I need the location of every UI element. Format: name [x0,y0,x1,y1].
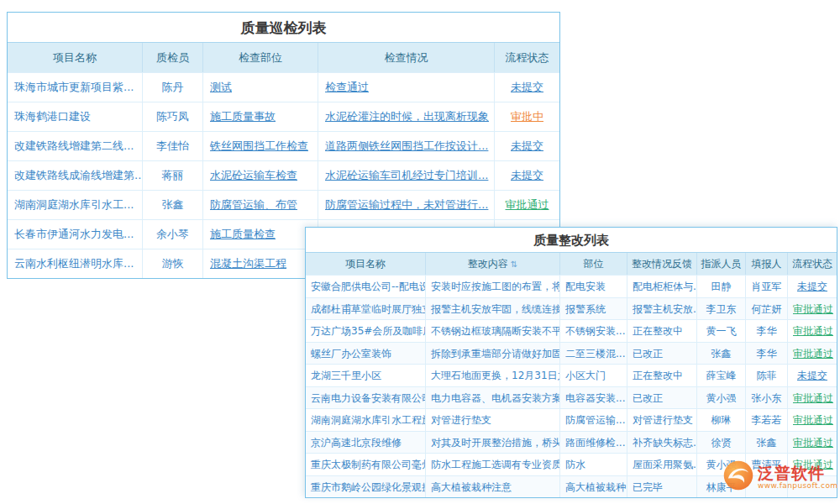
inspection-row[interactable]: 珠海鹤港口建设陈巧凤施工质量事故水泥砼灌注的时候，出现离析现象审批中 [8,102,559,131]
rectify-content-cell: 对管进行垫支 [425,409,559,431]
status-cell[interactable]: 未提交 [494,73,559,102]
inspection-situation-cell[interactable]: 道路两侧铁丝网围挡工作按设计... [318,132,494,160]
project-name-cell[interactable]: 珠海鹤港口建设 [8,102,142,131]
status-cell[interactable]: 审批通过 [787,409,837,431]
reporter-cell: 肖亚军 [745,276,787,297]
inspector-cell: 陈丹 [142,73,202,102]
fanpu-logo-icon [722,459,754,495]
column-header-label: 检查部位 [239,51,282,64]
part-cell: 配电安装 [559,276,627,297]
rectification-panel-title: 质量整改列表 [306,228,837,253]
column-header-label: 流程状态 [506,51,549,64]
project-name-cell[interactable]: 重庆市鹅岭公园绿化景观提升... [306,476,425,498]
assignee-cell: 黄一飞 [696,320,745,342]
inspection-row[interactable]: 改建铁路线增建第二线...李佳怡铁丝网围挡工作检查道路两侧铁丝网围挡工作按设计.… [8,131,559,160]
project-name-cell[interactable]: 湖南洞庭湖水库引水工程施工1标 [306,409,425,431]
part-cell: 防水 [559,454,627,475]
status-cell[interactable]: 审批通过 [787,387,837,409]
column-header-label: 整改内容 [468,258,508,270]
column-header-label: 检查情况 [385,51,428,64]
project-name-cell[interactable]: 改建铁路线增建第二线... [8,132,142,160]
inspection-part-cell[interactable]: 防腐管运输、布管 [202,191,318,219]
inspection-part-cell[interactable]: 测试 [202,73,318,102]
inspection-row[interactable]: 珠海市城市更新项目紫...陈丹测试检查通过未提交 [8,72,559,102]
rectification-row[interactable]: 云南电力设备安装有限公司20...电力电容器、电机器安装方案...电容器安装..… [306,386,837,409]
rectification-row[interactable]: 成都杜甫草堂临时展厅独立展...报警主机安放牢固，线缆连接...报警系统报警主机… [306,297,837,320]
inspection-part-cell[interactable]: 施工质量检查 [202,220,318,249]
reporter-cell: 李若若 [745,409,787,431]
assignee-cell: 薛宝峰 [696,365,745,386]
inspection-part-cell[interactable]: 施工质量事故 [202,102,318,131]
rectification-row[interactable]: 龙湖三千里小区大理石地面更换，12月31日之...小区大门正在整改中薛宝峰陈菲未… [306,364,837,386]
status-cell[interactable]: 审批通过 [787,298,837,320]
inspection-part-cell[interactable]: 水泥砼运输车检查 [202,161,318,190]
project-name-cell[interactable]: 京沪高速北京段维修 [306,432,425,454]
rectification-row[interactable]: 螺丝厂办公室装饰拆除到承重墙部分请做好加固...二至三楼混...已改正张鑫李华审… [306,342,837,365]
reporter-cell: 何芷妍 [745,298,787,320]
column-header: 指派人员 [696,253,745,275]
project-name-cell[interactable]: 龙湖三千里小区 [306,365,425,386]
project-name-cell[interactable]: 云南水利枢纽潜明水库... [8,249,142,278]
part-cell: 电容器安装... [559,387,627,409]
rectify-content-cell: 不锈钢边框玻璃隔断安装不平... [425,320,559,342]
column-header: 项目名称 [8,43,142,72]
assignee-cell: 徐贤 [696,432,745,454]
status-cell[interactable]: 审批通过 [494,191,559,219]
rectify-content-cell: 报警主机安放牢固，线缆连接... [425,298,559,320]
part-cell: 二至三楼混... [559,343,627,365]
inspection-situation-cell[interactable]: 防腐管运输过程中，未对管进行... [318,191,494,219]
rectify-content-cell: 防水工程施工选调有专业资质... [425,454,559,475]
inspection-part-cell[interactable]: 混凝土沟渠工程 [202,249,318,278]
column-header-label: 项目名称 [53,51,97,64]
project-name-cell[interactable]: 珠海市城市更新项目紫... [8,73,142,102]
rectification-row[interactable]: 湖南洞庭湖水库引水工程施工1标对管进行垫支防腐管运输...对管进行垫支柳琳李若若… [306,408,837,431]
inspection-panel-title: 质量巡检列表 [8,13,559,43]
column-header: 流程状态 [494,43,559,72]
reporter-cell: 张鑫 [745,432,787,454]
status-cell[interactable]: 审批中 [494,102,559,131]
project-name-cell[interactable]: 安徽合肥供电公司--配电设备... [306,276,425,297]
reporter-cell: 李华 [745,320,787,342]
column-header: 整改内容⇅ [425,253,559,275]
column-header: 检查情况 [318,43,494,72]
project-name-cell[interactable]: 螺丝厂办公室装饰 [306,343,425,365]
rectification-row[interactable]: 安徽合肥供电公司--配电设备...安装时应按施工图的布置，将...配电安装配电柜… [306,275,837,297]
inspection-row[interactable]: 改建铁路线成渝线增建第...蒋丽水泥砼运输车检查水泥砼运输车司机经过专门培训..… [8,160,559,190]
feedback-cell: 配电柜柜体与... [627,276,696,297]
rectification-row[interactable]: 京沪高速北京段维修对其及时开展整治措施，桥头...路面维修检...补齐缺失标志.… [306,431,837,454]
status-cell[interactable]: 审批通过 [787,320,837,342]
column-header-label: 整改情况反馈 [632,258,692,270]
brand-url: www.fanpusoft.com [758,482,838,491]
rectify-content-cell: 大理石地面更换，12月31日之... [425,365,559,386]
brand-name: 泛普软件 [758,465,838,482]
status-cell[interactable]: 未提交 [787,365,837,386]
status-cell[interactable]: 审批通过 [787,343,837,365]
inspection-situation-cell[interactable]: 检查通过 [318,73,494,102]
status-cell[interactable]: 审批通过 [787,432,837,454]
project-name-cell[interactable]: 湖南洞庭湖水库引水工... [8,191,142,219]
inspection-situation-cell[interactable]: 水泥砼运输车司机经过专门培训... [318,161,494,190]
project-name-cell[interactable]: 重庆太极制药有限公司毫州中... [306,454,425,475]
project-name-cell[interactable]: 成都杜甫草堂临时展厅独立展... [306,298,425,320]
project-name-cell[interactable]: 长春市伊通河水力发电... [8,220,142,249]
reporter-cell: 张小东 [745,387,787,409]
sort-icon[interactable]: ⇅ [511,260,517,269]
rectify-content-cell: 对其及时开展整治措施，桥头... [425,432,559,454]
project-name-cell[interactable]: 云南电力设备安装有限公司20... [306,387,425,409]
column-header: 流程状态 [787,253,837,275]
reporter-cell: 陈菲 [745,365,787,386]
status-cell[interactable]: 未提交 [787,276,837,297]
rectification-row[interactable]: 万达广场35#会所及咖啡厅空...不锈钢边框玻璃隔断安装不平...不锈钢安装..… [306,319,837,342]
part-cell: 小区大门 [559,365,627,386]
inspection-situation-cell[interactable]: 水泥砼灌注的时候，出现离析现象 [318,102,494,131]
reporter-cell: 李华 [745,343,787,365]
part-cell: 路面维修检... [559,432,627,454]
inspection-row[interactable]: 湖南洞庭湖水库引水工...张鑫防腐管运输、布管防腐管运输过程中，未对管进行...… [8,190,559,219]
inspection-part-cell[interactable]: 铁丝网围挡工作检查 [202,132,318,160]
status-cell[interactable]: 未提交 [494,132,559,160]
column-header: 检查部位 [202,43,318,72]
status-cell[interactable]: 未提交 [494,161,559,190]
project-name-cell[interactable]: 万达广场35#会所及咖啡厅空... [306,320,425,342]
rectify-content-cell: 安装时应按施工图的布置，将... [425,276,559,297]
project-name-cell[interactable]: 改建铁路线成渝线增建第... [8,161,142,190]
